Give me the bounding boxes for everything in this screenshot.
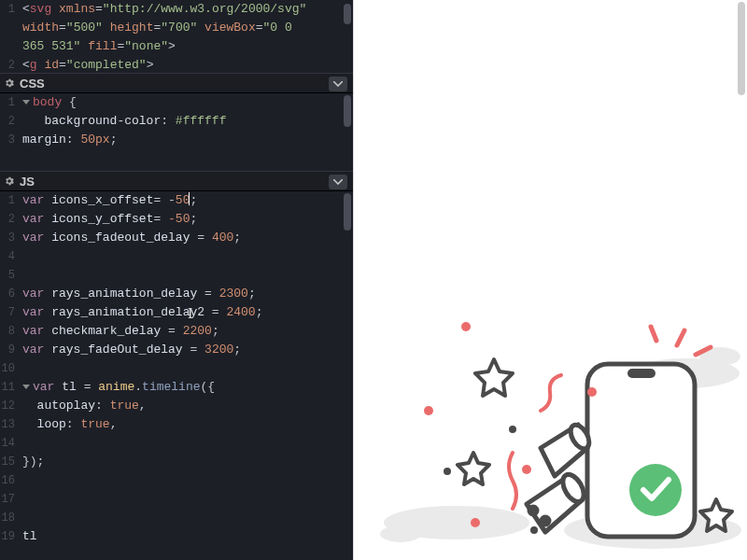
collapse-button-js[interactable] [329, 175, 347, 189]
svg-point-4 [380, 525, 421, 542]
pane-header-css[interactable]: CSS [0, 73, 353, 93]
svg-rect-6 [627, 369, 655, 378]
code-area-css[interactable]: 1 2 3 body { background-color: #ffffff m… [0, 93, 353, 171]
pane-label-css: CSS [20, 77, 45, 91]
scrollbar-html[interactable] [344, 4, 351, 24]
code-js[interactable]: var icons_x_offset= -50; var icons_y_off… [21, 191, 353, 560]
pane-js: JS 1 2 3 4 5 6 7 8 9 10 11 12 13 14 15 [0, 171, 353, 560]
svg-line-9 [651, 327, 656, 341]
svg-point-13 [542, 517, 549, 525]
scrollbar-preview[interactable] [738, 2, 745, 95]
scrollbar-js[interactable] [344, 193, 351, 231]
svg-point-10 [629, 464, 682, 516]
fold-icon[interactable] [22, 385, 30, 389]
gear-icon[interactable] [4, 77, 15, 89]
svg-point-15 [461, 322, 471, 331]
pane-header-js[interactable]: JS [0, 171, 353, 191]
code-css[interactable]: body { background-color: #ffffff margin:… [21, 93, 353, 171]
svg-point-20 [471, 518, 480, 527]
svg-point-16 [509, 426, 516, 433]
svg-point-21 [530, 526, 538, 534]
collapse-button-css[interactable] [329, 77, 347, 91]
svg-point-14 [529, 507, 537, 514]
pane-css: CSS 1 2 3 body { background-color: #ffff… [0, 73, 353, 171]
pane-html: 1 2 <svg xmlns="http://www.w3.org/2000/s… [0, 0, 353, 73]
completed-illustration [363, 289, 747, 551]
fold-icon[interactable] [22, 100, 30, 105]
preview-pane [353, 0, 747, 560]
svg-point-19 [444, 468, 451, 475]
gutter-css: 1 2 3 [0, 93, 21, 171]
code-html[interactable]: <svg xmlns="http://www.w3.org/2000/svg" … [21, 0, 353, 73]
editor-column: 1 2 <svg xmlns="http://www.w3.org/2000/s… [0, 0, 353, 560]
gear-icon[interactable] [4, 175, 15, 187]
scrollbar-css[interactable] [344, 95, 351, 127]
checkmark-icon [629, 464, 682, 516]
code-area-js[interactable]: 1 2 3 4 5 6 7 8 9 10 11 12 13 14 15 16 1… [0, 191, 353, 560]
svg-point-22 [587, 387, 597, 397]
gutter-html: 1 2 [0, 0, 21, 73]
svg-point-18 [424, 406, 433, 415]
svg-line-7 [677, 330, 684, 345]
pane-label-js: JS [20, 175, 35, 189]
code-area-html[interactable]: 1 2 <svg xmlns="http://www.w3.org/2000/s… [0, 0, 353, 73]
gutter-js: 1 2 3 4 5 6 7 8 9 10 11 12 13 14 15 16 1… [0, 191, 21, 560]
svg-point-17 [522, 465, 531, 474]
